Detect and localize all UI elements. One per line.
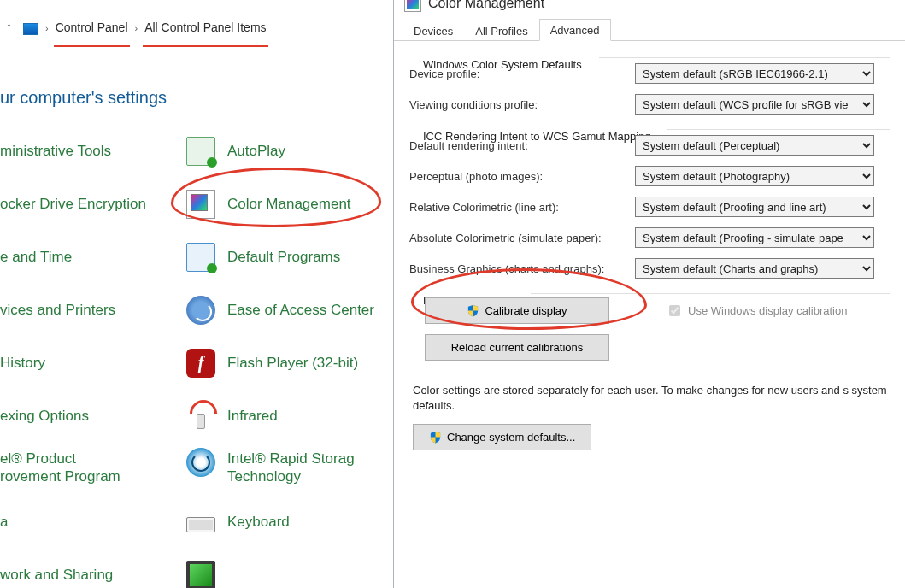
ease-of-access-icon xyxy=(186,296,215,325)
item-network-sharing[interactable]: work and Sharing xyxy=(0,549,179,588)
device-profile-select[interactable]: System default (sRGB IEC61966-2.1) xyxy=(635,63,874,84)
item-label: e and Time xyxy=(0,249,72,266)
item-infrared[interactable]: Infrared xyxy=(186,390,400,443)
item-intel-rst[interactable]: Intel® Rapid Storag Technology xyxy=(186,443,400,496)
item-date-time[interactable]: e and Time xyxy=(0,231,179,284)
tab-all-profiles[interactable]: All Profiles xyxy=(464,20,538,41)
use-windows-calibration-checkbox xyxy=(669,305,680,316)
relative-colorimetric-select[interactable]: System default (Proofing and line art) xyxy=(635,197,874,217)
item-devices-printers[interactable]: vices and Printers xyxy=(0,284,179,337)
item-indexing-options[interactable]: exing Options xyxy=(0,390,179,443)
chevron-right-icon: › xyxy=(45,23,49,33)
breadcrumb-all-items[interactable]: All Control Panel Items xyxy=(144,21,266,35)
item-label-line1: Intel® Rapid Storag xyxy=(227,450,355,467)
control-panel-icon[interactable] xyxy=(23,23,38,35)
item-label-line1: el® Product xyxy=(0,450,179,467)
description-text: Color settings are stored separately for… xyxy=(394,366,905,420)
chevron-right-icon: › xyxy=(135,23,138,33)
item-label: Color Management xyxy=(227,196,351,213)
uac-shield-icon xyxy=(429,431,442,444)
item-default-programs[interactable]: Default Programs xyxy=(186,231,400,284)
use-windows-calibration-row: Use Windows display calibration xyxy=(652,303,847,319)
back-arrow-icon[interactable]: ↑ xyxy=(5,19,13,37)
item-label: ministrative Tools xyxy=(0,143,111,160)
breadcrumb: ↑ › Control Panel › All Control Panel It… xyxy=(0,0,393,45)
item-autoplay[interactable]: AutoPlay xyxy=(186,125,400,178)
item-color-management[interactable]: Color Management xyxy=(186,178,400,231)
item-intel-product-improvement[interactable]: el® Product rovement Program xyxy=(0,443,179,496)
item-label: Default Programs xyxy=(227,249,340,266)
dialog-title: Color Management xyxy=(428,0,544,11)
item-label: Infrared xyxy=(227,408,278,425)
absolute-colorimetric-label: Absolute Colorimetric (simulate paper): xyxy=(394,232,626,244)
item-file-history[interactable]: History xyxy=(0,337,179,390)
item-label: Flash Player (32-bit) xyxy=(227,355,358,372)
item-label: a xyxy=(0,514,8,531)
dialog-title-row: Color Management xyxy=(394,0,905,15)
business-graphics-label: Business Graphics (charts and graphs): xyxy=(394,262,626,275)
breadcrumb-control-panel[interactable]: Control Panel xyxy=(56,21,128,35)
device-profile-label: Device profile: xyxy=(394,68,626,80)
item-label: ocker Drive Encryption xyxy=(0,196,146,213)
keyboard-icon xyxy=(186,517,215,532)
item-label: Ease of Access Center xyxy=(227,302,374,319)
tab-bar: Devices All Profiles Advanced xyxy=(394,17,905,41)
page-title: ur computer's settings xyxy=(0,45,393,125)
tab-content: Windows Color System Defaults Device pro… xyxy=(394,41,905,450)
viewing-conditions-select[interactable]: System default (WCS profile for sRGB vie xyxy=(635,94,874,115)
absolute-colorimetric-select[interactable]: System default (Proofing - simulate pape xyxy=(635,227,874,248)
item-administrative-tools[interactable]: ministrative Tools xyxy=(0,125,179,178)
perceptual-select[interactable]: System default (Photography) xyxy=(635,166,874,186)
nvidia-icon xyxy=(186,561,215,588)
reload-calibrations-button[interactable]: Reload current calibrations xyxy=(425,334,609,361)
color-management-icon xyxy=(186,190,215,219)
autoplay-icon xyxy=(186,137,215,166)
flash-icon xyxy=(186,349,215,378)
checkbox-label: Use Windows display calibration xyxy=(688,304,847,317)
button-label: Calibrate display xyxy=(485,304,567,317)
item-keyboard[interactable]: Keyboard xyxy=(186,496,400,549)
uac-shield-icon xyxy=(467,304,479,317)
item-label-line2: rovement Program xyxy=(0,467,179,485)
default-programs-icon xyxy=(186,243,215,272)
item-label: AutoPlay xyxy=(227,143,285,160)
item-bitlocker[interactable]: ocker Drive Encryption xyxy=(0,178,179,231)
item-label-line2: Technology xyxy=(227,467,355,485)
change-system-defaults-button[interactable]: Change system defaults... xyxy=(413,424,591,450)
item-label: work and Sharing xyxy=(0,567,113,584)
color-management-dialog: Color Management Devices All Profiles Ad… xyxy=(393,0,905,588)
rendering-intent-label: Default rendering intent: xyxy=(394,139,626,152)
intel-icon xyxy=(186,448,215,477)
item-ease-of-access[interactable]: Ease of Access Center xyxy=(186,284,400,337)
control-panel-items-grid: ministrative Tools AutoPlay ocker Drive … xyxy=(0,125,393,588)
item-label: Keyboard xyxy=(227,514,290,531)
item-java[interactable]: a xyxy=(0,496,179,549)
color-management-icon xyxy=(404,0,421,12)
tab-devices[interactable]: Devices xyxy=(403,20,464,41)
infrared-icon xyxy=(186,402,215,431)
tab-advanced[interactable]: Advanced xyxy=(539,19,611,41)
item-nvidia[interactable] xyxy=(186,549,400,588)
rendering-intent-select[interactable]: System default (Perceptual) xyxy=(635,135,874,156)
item-label: History xyxy=(0,355,45,372)
control-panel-window: ↑ › Control Panel › All Control Panel It… xyxy=(0,0,393,588)
relative-colorimetric-label: Relative Colorimetric (line art): xyxy=(394,201,626,214)
item-label: exing Options xyxy=(0,408,89,425)
perceptual-label: Perceptual (photo images): xyxy=(394,170,626,183)
business-graphics-select[interactable]: System default (Charts and graphs) xyxy=(635,258,874,279)
item-label: vices and Printers xyxy=(0,302,115,319)
button-label: Change system defaults... xyxy=(447,431,575,444)
item-flash-player[interactable]: Flash Player (32-bit) xyxy=(186,337,400,390)
calibrate-display-button[interactable]: Calibrate display xyxy=(425,297,609,324)
viewing-conditions-label: Viewing conditions profile: xyxy=(394,98,626,111)
button-label: Reload current calibrations xyxy=(451,341,584,354)
